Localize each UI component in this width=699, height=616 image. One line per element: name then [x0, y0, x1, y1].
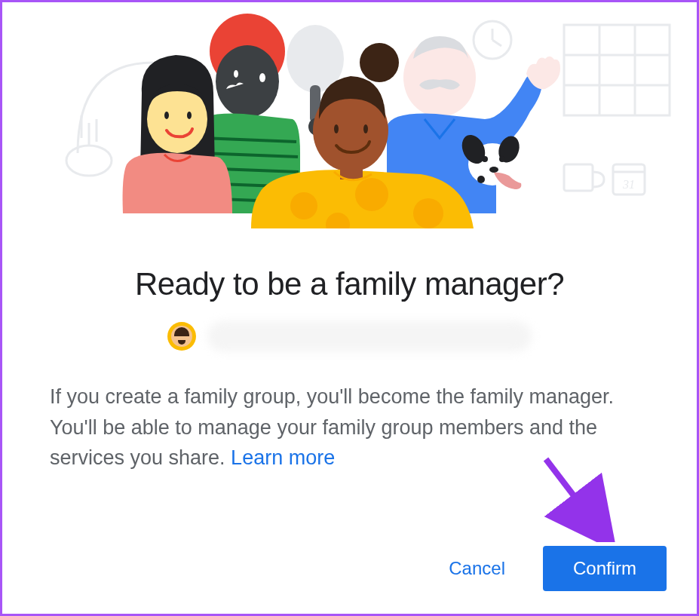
svg-point-0	[66, 146, 112, 176]
svg-point-15	[259, 73, 265, 82]
svg-point-30	[499, 156, 505, 162]
svg-point-14	[216, 45, 279, 118]
cancel-button[interactable]: Cancel	[434, 549, 520, 588]
svg-point-32	[477, 176, 485, 183]
svg-point-42	[413, 198, 443, 228]
learn-more-link[interactable]: Learn more	[231, 446, 335, 469]
svg-line-3	[492, 40, 501, 46]
svg-point-35	[187, 112, 192, 119]
svg-point-29	[482, 156, 488, 162]
svg-rect-4	[564, 25, 670, 115]
svg-point-31	[489, 167, 498, 173]
svg-point-39	[363, 124, 368, 133]
svg-point-16	[234, 70, 238, 78]
user-avatar	[167, 322, 196, 351]
confirm-button[interactable]: Confirm	[543, 546, 667, 591]
svg-point-36	[360, 43, 399, 82]
user-account-row	[2, 321, 697, 351]
dialog-title: Ready to be a family manager?	[2, 266, 697, 302]
svg-point-38	[334, 124, 339, 133]
dialog-description: If you create a family group, you'll bec…	[2, 351, 697, 473]
svg-point-40	[290, 192, 317, 219]
dialog-container: 31	[0, 0, 699, 616]
user-email-redacted	[207, 321, 532, 351]
button-row: Cancel Confirm	[434, 546, 667, 591]
svg-point-41	[355, 178, 388, 211]
svg-point-34	[164, 112, 169, 119]
family-illustration: 31	[2, 2, 697, 228]
svg-text:31: 31	[622, 178, 635, 191]
svg-rect-9	[564, 164, 593, 191]
